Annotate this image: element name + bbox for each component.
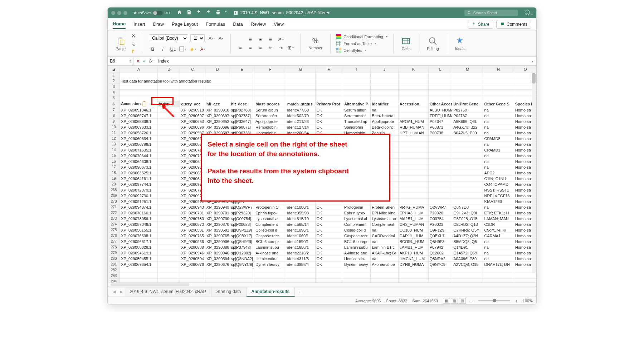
cell[interactable]: LAMAN; MAN xyxy=(483,216,514,222)
cell[interactable] xyxy=(254,199,286,204)
row-header[interactable]: 269 xyxy=(108,193,120,199)
cell[interactable]: Haptoglobin xyxy=(254,130,286,136)
cell[interactable]: Q2KHR6; Q5Y xyxy=(452,227,483,233)
cell[interactable] xyxy=(452,164,483,170)
cell[interactable]: XP_0290581 xyxy=(205,227,230,233)
cell[interactable] xyxy=(205,267,230,273)
cell[interactable]: Protogenin xyxy=(343,204,370,210)
cell[interactable] xyxy=(452,153,483,159)
cell[interactable]: TRFE_HUMA xyxy=(428,113,452,119)
cell[interactable] xyxy=(315,164,343,170)
cell[interactable]: ident:260/34 xyxy=(286,130,315,136)
row-header[interactable]: 272 xyxy=(108,210,120,216)
cell[interactable]: Hemoglobin xyxy=(254,124,286,130)
cell[interactable] xyxy=(428,84,452,90)
cell[interactable]: sp|P02 xyxy=(230,170,254,176)
cell[interactable]: DNAH17L; DN xyxy=(483,262,514,267)
cell[interactable]: Q14D91 xyxy=(452,244,483,250)
cell[interactable]: XP_0290594 xyxy=(180,256,205,262)
column-header[interactable]: H xyxy=(315,66,343,73)
cell[interactable]: XP_0290676 xyxy=(205,262,230,267)
cell[interactable] xyxy=(428,164,452,170)
cell[interactable]: na xyxy=(483,159,514,164)
cell[interactable]: na xyxy=(483,124,514,130)
cell[interactable]: Complement xyxy=(343,222,370,227)
cell[interactable] xyxy=(230,279,254,283)
cell[interactable]: XP_0290676 xyxy=(180,262,205,267)
cell[interactable]: XP_0290943 xyxy=(180,204,205,210)
cell[interactable] xyxy=(286,273,315,279)
toggle-switch[interactable] xyxy=(153,11,163,15)
cell[interactable]: OK xyxy=(315,227,343,233)
tab-page-layout[interactable]: Page Layout xyxy=(172,20,198,29)
cell[interactable] xyxy=(254,279,286,283)
cell[interactable]: XP_029069633.1 xyxy=(120,124,158,130)
cell[interactable] xyxy=(158,204,180,210)
cell[interactable] xyxy=(315,193,343,199)
cell[interactable] xyxy=(371,147,398,153)
accept-formula-icon[interactable]: ✓ xyxy=(143,59,146,64)
save-icon[interactable] xyxy=(186,10,192,16)
horizontal-scrollbar[interactable] xyxy=(108,282,536,287)
cell[interactable]: XP_0290706 xyxy=(180,153,205,159)
cell[interactable] xyxy=(483,267,514,273)
cell[interactable]: na xyxy=(371,107,398,113)
cell[interactable]: PRTG_HUMA xyxy=(398,204,428,210)
cell[interactable]: Beta-globin; xyxy=(371,124,398,130)
align-top-icon[interactable]: ≡ xyxy=(247,36,254,43)
cell[interactable]: P02768 xyxy=(452,107,483,113)
cell[interactable] xyxy=(371,84,398,90)
row-header[interactable]: 268 xyxy=(108,187,120,193)
cell[interactable] xyxy=(158,73,180,78)
cell[interactable]: XP_029094374.1 xyxy=(120,204,158,210)
cell[interactable]: XP_029072079.1 xyxy=(120,187,158,193)
cell[interactable] xyxy=(398,164,428,170)
cell[interactable]: UniProt Gene xyxy=(452,101,483,107)
cell[interactable] xyxy=(428,267,452,273)
cell[interactable] xyxy=(452,273,483,279)
cell[interactable]: Ephrin type- xyxy=(254,210,286,216)
column-header[interactable]: I xyxy=(343,66,370,73)
cell[interactable]: sp|P02 xyxy=(230,164,254,170)
cell[interactable]: Lysosomal al xyxy=(343,216,370,222)
print-icon[interactable] xyxy=(215,10,221,16)
row-header[interactable]: 271 xyxy=(108,204,120,210)
cell[interactable]: Apolipoprote xyxy=(371,119,398,124)
cell[interactable]: Serotransfer xyxy=(343,113,370,119)
cell[interactable]: XP_0290966 xyxy=(180,239,205,244)
font-color-button[interactable]: A▾ xyxy=(199,45,207,53)
cell[interactable] xyxy=(254,182,286,187)
cell[interactable]: Ephrin type- xyxy=(343,210,370,216)
cell[interactable] xyxy=(428,279,452,283)
row-header[interactable]: 270 xyxy=(108,199,120,204)
cell[interactable]: C9orf174; KI xyxy=(483,227,514,233)
align-middle-icon[interactable]: ≡ xyxy=(257,36,264,43)
cell[interactable] xyxy=(398,159,428,164)
cancel-formula-icon[interactable]: ✕ xyxy=(136,59,140,64)
cell[interactable] xyxy=(158,136,180,142)
cell[interactable]: ident:1096/1 xyxy=(286,227,315,233)
row-header[interactable]: 281 xyxy=(108,262,120,267)
cell[interactable] xyxy=(315,153,343,159)
cell[interactable]: sp|Q8NDA2| xyxy=(230,256,254,262)
row-header[interactable]: 6 xyxy=(108,101,120,107)
cell[interactable]: B5MDQ8; Q5 xyxy=(452,239,483,244)
cell[interactable] xyxy=(158,153,180,159)
cell[interactable]: XP_029058155.1 xyxy=(120,227,158,233)
cell[interactable] xyxy=(428,90,452,95)
cell[interactable]: Q9H2V3; Q9I xyxy=(452,210,483,216)
cell[interactable]: OK xyxy=(315,210,343,216)
cell[interactable] xyxy=(315,199,343,204)
zoom-out-icon[interactable]: − xyxy=(471,299,473,303)
cell[interactable]: XP_029076538.1 xyxy=(120,233,158,239)
cell[interactable]: sp|O14 xyxy=(230,193,254,199)
cell[interactable] xyxy=(483,78,514,84)
cell[interactable] xyxy=(452,176,483,182)
cell[interactable]: ALBU_HUMA xyxy=(428,107,452,113)
cell[interactable]: ident:477/60 xyxy=(286,107,315,113)
cell[interactable]: XP_0290606 xyxy=(205,136,230,142)
row-header[interactable]: 278 xyxy=(108,244,120,250)
cell[interactable]: OK xyxy=(315,119,343,124)
cell[interactable] xyxy=(158,130,180,136)
row-header[interactable]: 8 xyxy=(108,113,120,119)
